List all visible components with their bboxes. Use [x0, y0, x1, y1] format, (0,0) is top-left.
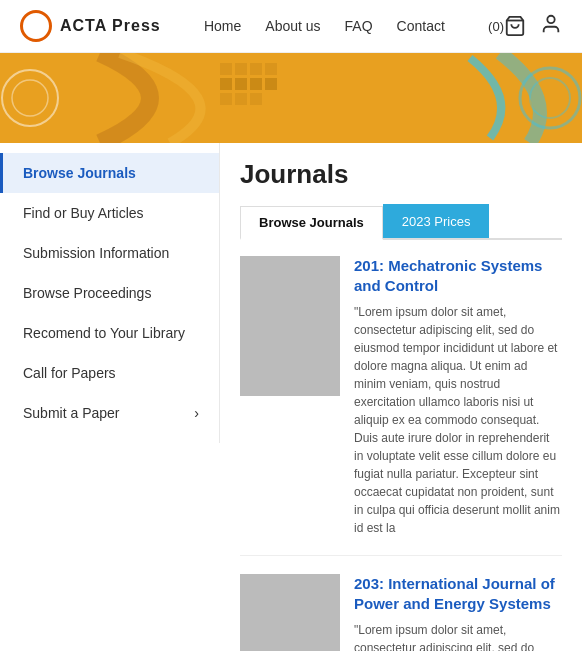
svg-rect-13: [220, 93, 232, 105]
journal-title-201[interactable]: 201: Mechatronic Systems and Control: [354, 256, 562, 295]
nav-icons: (0): [488, 13, 562, 39]
sidebar-item-submit-paper[interactable]: Submit a Paper ›: [0, 393, 219, 433]
logo[interactable]: ACTA Press: [20, 10, 161, 42]
journal-info-203: 203: International Journal of Power and …: [354, 574, 562, 651]
svg-rect-9: [220, 78, 232, 90]
nav-faq[interactable]: FAQ: [345, 18, 373, 34]
svg-rect-11: [250, 78, 262, 90]
sidebar-item-recommend-library[interactable]: Recomend to Your Library: [0, 313, 219, 353]
sidebar-item-browse-journals[interactable]: Browse Journals: [0, 153, 219, 193]
journal-title-203[interactable]: 203: International Journal of Power and …: [354, 574, 562, 613]
svg-rect-5: [220, 63, 232, 75]
journal-desc-203: "Lorem ipsum dolor sit amet, consectetur…: [354, 621, 562, 651]
journal-info-201: 201: Mechatronic Systems and Control "Lo…: [354, 256, 562, 537]
svg-rect-15: [250, 93, 262, 105]
svg-rect-12: [265, 78, 277, 90]
user-icon: [540, 13, 562, 35]
tabs-row: Browse Journals 2023 Prices: [240, 204, 562, 240]
logo-circle: [20, 10, 52, 42]
submit-paper-label: Submit a Paper: [23, 405, 120, 421]
sidebar-item-call-for-papers[interactable]: Call for Papers: [0, 353, 219, 393]
nav-home[interactable]: Home: [204, 18, 241, 34]
nav-links: Home About us FAQ Contact: [204, 18, 445, 34]
page-title: Journals: [240, 159, 562, 190]
main-content: Journals Browse Journals 2023 Prices 201…: [220, 143, 582, 651]
cart-icon: [504, 15, 526, 37]
sidebar: Browse Journals Find or Buy Articles Sub…: [0, 143, 220, 443]
svg-rect-8: [265, 63, 277, 75]
journal-thumb-201: [240, 256, 340, 396]
page-layout: Browse Journals Find or Buy Articles Sub…: [0, 143, 582, 651]
journal-desc-201: "Lorem ipsum dolor sit amet, consectetur…: [354, 303, 562, 537]
journal-card-201: 201: Mechatronic Systems and Control "Lo…: [240, 256, 562, 556]
hero-banner: [0, 53, 582, 143]
arrow-right-icon: ›: [194, 405, 199, 421]
svg-rect-6: [235, 63, 247, 75]
cart-count: (0): [488, 19, 504, 34]
sidebar-item-submission-info[interactable]: Submission Information: [0, 233, 219, 273]
navbar: ACTA Press Home About us FAQ Contact (0): [0, 0, 582, 53]
logo-text: ACTA Press: [60, 17, 161, 35]
nav-contact[interactable]: Contact: [397, 18, 445, 34]
svg-point-1: [547, 16, 554, 23]
hero-decoration: [0, 53, 582, 143]
svg-rect-10: [235, 78, 247, 90]
journal-thumb-203: [240, 574, 340, 651]
sidebar-item-browse-proceedings[interactable]: Browse Proceedings: [0, 273, 219, 313]
nav-about[interactable]: About us: [265, 18, 320, 34]
journal-card-203: 203: International Journal of Power and …: [240, 574, 562, 651]
svg-rect-7: [250, 63, 262, 75]
tab-2023-prices[interactable]: 2023 Prices: [383, 204, 490, 238]
svg-rect-14: [235, 93, 247, 105]
user-button[interactable]: [540, 13, 562, 39]
cart-button[interactable]: (0): [488, 15, 526, 37]
tab-browse-journals[interactable]: Browse Journals: [240, 206, 383, 240]
sidebar-item-find-articles[interactable]: Find or Buy Articles: [0, 193, 219, 233]
journal-list: 201: Mechatronic Systems and Control "Lo…: [240, 256, 562, 651]
